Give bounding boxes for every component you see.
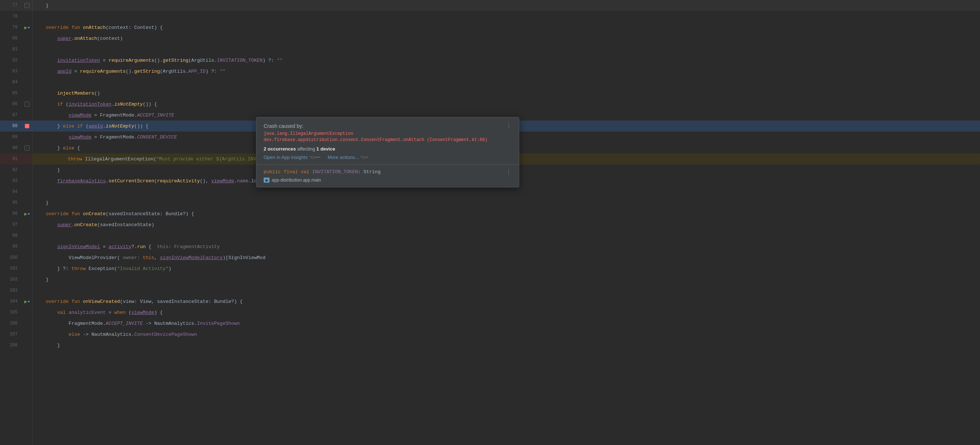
line-number-86: 86 xyxy=(0,99,22,109)
line-number-82: 82 xyxy=(0,55,22,66)
code-line-97: 97 super.onCreate(savedInstanceState) xyxy=(0,219,980,230)
line-number-99: 99 xyxy=(0,241,22,252)
gutter-95 xyxy=(22,197,32,208)
code-line-80: 80 super.onAttach(context) xyxy=(0,33,980,44)
line-number-95: 95 xyxy=(0,197,22,208)
line-content-86: if (invitationToken.isNotEmpty()) { xyxy=(32,99,980,109)
popup-occurrences: 2 occurrences affecting 1 device xyxy=(264,146,487,152)
gutter-92 xyxy=(22,165,32,175)
fold-icon-77[interactable]: − xyxy=(24,3,30,8)
popup-error-line1: java.lang.IllegalArgumentException xyxy=(264,131,487,136)
editor-container: 77 − } 78 79 ▶ ● over xyxy=(0,0,980,445)
run-icon-96[interactable]: ▶ xyxy=(24,211,27,217)
line-number-78: 78 xyxy=(0,11,22,22)
code-line-83: 83 appId = requireArguments().getString(… xyxy=(0,66,980,77)
line-number-104: 104 xyxy=(0,296,22,307)
line-number-81: 81 xyxy=(0,44,22,55)
popup-actions: Open in App Insights ⌥↩↩ More actions...… xyxy=(264,155,487,160)
breakpoint-icon-88[interactable] xyxy=(25,124,29,128)
gutter-89 xyxy=(22,131,32,143)
line-number-89: 89 xyxy=(0,131,22,143)
code-line-100: 100 ViewModelProvider( owner: this, sign… xyxy=(0,252,980,263)
line-content-96: override fun onCreate(savedInstanceState… xyxy=(32,208,980,219)
line-content-105: val analyticEvent = when (viewMode) { xyxy=(32,307,980,318)
line-content-83: appId = requireArguments().getString(Arg… xyxy=(32,66,980,77)
code-line-98: 98 xyxy=(0,230,980,241)
line-content-97: super.onCreate(savedInstanceState) xyxy=(32,219,980,230)
code-line-79: 79 ▶ ● override fun onAttach(context: Co… xyxy=(0,22,980,33)
gutter-97 xyxy=(22,219,32,230)
code-line-84: 84 xyxy=(0,77,980,88)
code-line-108: 108 } xyxy=(0,340,980,351)
run-icon-79[interactable]: ▶ xyxy=(24,24,27,31)
gutter-108 xyxy=(22,340,32,351)
gutter-93 xyxy=(22,175,32,186)
gutter-99 xyxy=(22,241,32,252)
popup-menu-top[interactable]: ⋮ xyxy=(506,123,512,129)
fold-icon-86[interactable]: − xyxy=(24,101,30,107)
open-in-app-insights-link[interactable]: Open in App Insights ⌥↩↩ xyxy=(264,155,320,160)
line-number-84: 84 xyxy=(0,77,22,88)
gutter-85 xyxy=(22,88,32,99)
fold-icon-90[interactable]: − xyxy=(24,146,30,150)
line-content-106: FragmentMode.ACCEPT_INVITE -> NautmAnaly… xyxy=(32,318,980,329)
line-content-84 xyxy=(32,77,980,88)
bookmark-icon-104: ● xyxy=(28,299,30,304)
module-icon: ▦ xyxy=(264,177,269,183)
code-line-102: 102 } xyxy=(0,274,980,285)
line-content-103 xyxy=(32,285,980,296)
line-content-101: } ?: throw Exception("Invalid Activity") xyxy=(32,263,980,274)
line-number-93: 93 xyxy=(0,175,22,186)
gutter-105 xyxy=(22,307,32,318)
popup-module: ▦ app-distribution.app.main xyxy=(264,177,381,183)
line-number-91: 91 xyxy=(0,154,22,165)
line-content-85: injectMembers() xyxy=(32,88,980,99)
gutter-101 xyxy=(22,263,32,274)
module-name: app-distribution.app.main xyxy=(272,177,321,183)
line-number-88: 88 xyxy=(0,120,22,131)
code-line-86: 86 − if (invitationToken.isNotEmpty()) { xyxy=(0,99,980,109)
gutter-88 xyxy=(22,120,32,131)
gutter-106 xyxy=(22,318,32,329)
line-content-100: ViewModelProvider( owner: this, signInVi… xyxy=(32,252,980,263)
run-icon-104[interactable]: ▶ xyxy=(24,298,27,305)
popup-crash-section: Crash caused by: java.lang.IllegalArgume… xyxy=(256,117,519,165)
line-content-108: } xyxy=(32,340,980,351)
line-number-97: 97 xyxy=(0,219,22,230)
code-line-77: 77 − } xyxy=(0,0,980,11)
gutter-98 xyxy=(22,230,32,241)
code-line-94: 94 xyxy=(0,186,980,197)
gutter-96: ▶ ● xyxy=(22,208,32,219)
popup-code-section: public final val INVITATION_TOKEN: Strin… xyxy=(256,165,519,187)
line-content-82: invitationToken = requireArguments().get… xyxy=(32,55,980,66)
bookmark-icon-79: ● xyxy=(28,25,30,30)
popup-menu-bottom[interactable]: ⋮ xyxy=(506,169,512,175)
gutter-81 xyxy=(22,44,32,55)
code-line-85: 85 injectMembers() xyxy=(0,88,980,99)
line-content-94 xyxy=(32,186,980,197)
code-line-78: 78 xyxy=(0,11,980,22)
gutter-102 xyxy=(22,274,32,285)
code-line-104: 104 ▶ ● override fun onViewCreated(view:… xyxy=(0,296,980,307)
popup-header: Crash caused by: java.lang.IllegalArgume… xyxy=(264,123,512,160)
line-content-81 xyxy=(32,44,980,55)
line-content-80: super.onAttach(context) xyxy=(32,33,980,44)
line-number-102: 102 xyxy=(0,274,22,285)
gutter-104: ▶ ● xyxy=(22,296,32,307)
line-number-87: 87 xyxy=(0,109,22,120)
gutter-87 xyxy=(22,109,32,120)
code-line-82: 82 invitationToken = requireArguments().… xyxy=(0,55,980,66)
popup-title: Crash caused by: xyxy=(264,123,487,129)
popup-error-line2: dev.firebase.appdistribution.consent.Con… xyxy=(264,137,487,143)
more-actions-shortcut: ⌥↩ xyxy=(360,155,368,160)
code-area: 77 − } 78 79 ▶ ● over xyxy=(0,0,980,445)
popup-crash-info: Crash caused by: java.lang.IllegalArgume… xyxy=(264,123,487,160)
line-number-92: 92 xyxy=(0,165,22,175)
crash-popup: Crash caused by: java.lang.IllegalArgume… xyxy=(256,117,519,187)
line-number-96: 96 xyxy=(0,208,22,219)
line-number-101: 101 xyxy=(0,263,22,274)
more-actions-button[interactable]: More actions... ⌥↩ xyxy=(328,155,368,160)
line-content-79: override fun onAttach(context: Context) … xyxy=(32,22,980,33)
gutter-107 xyxy=(22,329,32,340)
line-number-105: 105 xyxy=(0,307,22,318)
